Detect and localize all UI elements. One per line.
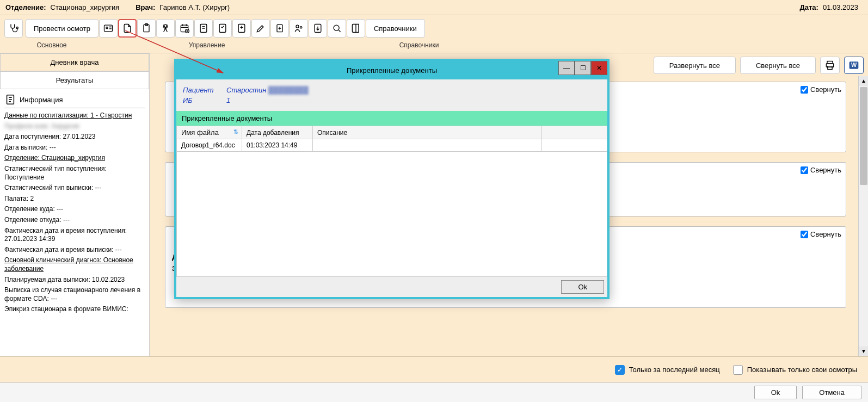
conduct-exam-button[interactable]: Провести осмотр: [26, 19, 99, 38]
info-cda-export: Выписка из случая стационарного лечения …: [4, 286, 145, 303]
checkbox-checked-icon[interactable]: ✓: [615, 365, 625, 375]
checkbox-icon[interactable]: [733, 365, 743, 375]
info-planned-discharge: Планируемая дата выписки: 10.02.2023: [4, 276, 145, 285]
svg-point-13: [300, 27, 301, 28]
patient-value: Старостин ████████: [226, 86, 309, 94]
info-stat-discharge: Статистический тип выписки: ---: [4, 184, 145, 193]
date-value: 01.03.2023: [823, 3, 858, 11]
svg-point-0: [16, 27, 18, 29]
clipboard-plus-icon[interactable]: [270, 19, 289, 38]
info-stat-admission: Статистический тип поступления: Поступле…: [4, 165, 145, 182]
svg-rect-1: [104, 25, 112, 32]
svg-rect-19: [828, 66, 832, 70]
collapse-toggle[interactable]: Свернуть: [801, 230, 841, 238]
search-icon[interactable]: [328, 19, 346, 38]
col-date[interactable]: Дата добавления: [242, 126, 313, 139]
patient-card-icon[interactable]: [99, 19, 118, 38]
calendar-add-icon[interactable]: [175, 19, 194, 38]
doctor-value: Гарипов А.Т. (Хирург): [159, 3, 230, 11]
minimize-icon[interactable]: —: [558, 61, 575, 75]
cell-empty: [542, 139, 607, 152]
tab-diary[interactable]: Дневник врача: [0, 53, 149, 71]
info-panel: Информация Данные по госпитализации: 1 -…: [0, 89, 149, 356]
group-icon[interactable]: [290, 19, 308, 38]
info-title: Информация: [20, 96, 63, 104]
word-icon[interactable]: W: [844, 57, 864, 74]
filters-bar: ✓ Только за последний месяц Показывать т…: [0, 356, 868, 382]
dialog-titlebar[interactable]: Прикрепленные документы — ☐ ✕: [176, 61, 607, 79]
ib-label: ИБ: [183, 96, 216, 104]
info-dept-from: Отделение откуда: ---: [4, 216, 145, 225]
ribbon-toolbar: Провести осмотр Справочники: [0, 15, 868, 41]
clipboard-icon[interactable]: [137, 19, 156, 38]
svg-point-2: [106, 27, 108, 29]
info-actual-discharge: Фактическая дата и время выписки: ---: [4, 246, 145, 255]
print-icon[interactable]: [820, 57, 840, 74]
sort-icon: ⇅: [233, 128, 238, 135]
header-bar: Отделение: Стационар_хирургия Врач: Гари…: [0, 0, 868, 15]
note-add-icon[interactable]: [194, 19, 213, 38]
transfer-icon[interactable]: [232, 19, 251, 38]
info-main-diagnosis[interactable]: Основной клинический диагноз: Основное з…: [4, 256, 145, 273]
ok-button[interactable]: Ok: [754, 386, 797, 399]
info-hospitalization[interactable]: Данные по госпитализации: 1 - Старостин: [4, 112, 145, 120]
export-icon[interactable]: [309, 19, 327, 38]
attached-docs-icon[interactable]: [118, 19, 137, 38]
close-icon[interactable]: ✕: [591, 61, 607, 75]
dept-label: Отделение:: [5, 3, 46, 11]
tab-results[interactable]: Результаты: [0, 71, 149, 89]
filter-own-exams[interactable]: Показывать только свои осмотры: [733, 365, 857, 375]
dept-value: Стационар_хирургия: [51, 3, 120, 11]
col-empty: [542, 126, 607, 139]
info-discharge-date: Дата выписки: ---: [4, 144, 145, 152]
table-row[interactable]: Договор1_r64.doc 01:03:2023 14:49: [177, 139, 607, 152]
ribbon-group-main: Основное: [0, 41, 103, 53]
attached-documents-dialog: Прикрепленные документы — ☐ ✕ Пациент Ст…: [174, 59, 610, 299]
ib-value: 1: [226, 96, 230, 104]
references-button[interactable]: Справочники: [366, 19, 425, 38]
svg-rect-9: [219, 24, 226, 33]
ribbon-group-refs: Справочники: [310, 41, 528, 53]
svg-point-15: [334, 25, 339, 30]
patient-label: Пациент: [183, 86, 216, 94]
info-ward: Палата: 2: [4, 195, 145, 203]
svg-point-12: [296, 25, 299, 28]
filter-last-month[interactable]: ✓ Только за последний месяц: [615, 365, 720, 375]
svg-text:W: W: [851, 61, 857, 68]
col-description[interactable]: Описание: [313, 126, 542, 139]
left-panel: Дневник врача Результаты Информация Данн…: [0, 53, 150, 356]
vertical-scrollbar[interactable]: ▲ ▼: [858, 76, 868, 356]
expand-all-button[interactable]: Развернуть все: [654, 57, 736, 74]
scrollbar-thumb[interactable]: [860, 87, 867, 185]
sign-icon[interactable]: [251, 19, 270, 38]
ribbon-group-manage: Управление: [103, 41, 310, 53]
maximize-icon[interactable]: ☐: [575, 61, 591, 75]
date-label: Дата:: [800, 3, 818, 11]
cell-desc: [313, 139, 542, 152]
info-vimis-export: Эпикриз стационара в формате ВИМИС:: [4, 305, 145, 314]
stethoscope-icon[interactable]: [4, 19, 23, 38]
book-icon[interactable]: [347, 19, 365, 38]
dialog-ok-button[interactable]: Ok: [561, 280, 604, 294]
ribbon-icon[interactable]: [156, 19, 175, 38]
footer-bar: Ok Отмена: [0, 382, 868, 402]
cancel-button[interactable]: Отмена: [802, 386, 861, 399]
cell-filename: Договор1_r64.doc: [177, 139, 242, 152]
table-empty-area: [176, 152, 607, 277]
scroll-down-icon[interactable]: ▼: [859, 347, 868, 356]
info-admission-date: Дата поступления: 27.01.2023: [4, 133, 145, 141]
collapse-all-button[interactable]: Свернуть все: [740, 57, 816, 74]
collapse-toggle[interactable]: Свернуть: [801, 85, 841, 94]
info-dept-to: Отделение куда: ---: [4, 205, 145, 214]
doctor-label: Врач:: [136, 3, 155, 11]
scroll-up-icon[interactable]: ▲: [859, 76, 868, 86]
col-filename[interactable]: Имя файла⇅: [177, 126, 242, 139]
info-bed-profiles: Профили коек: Хирургия: [4, 122, 145, 131]
checklist-icon[interactable]: [213, 19, 232, 38]
attachments-table: Имя файла⇅ Дата добавления Описание Дого…: [176, 126, 607, 152]
collapse-toggle[interactable]: Свернуть: [801, 166, 841, 174]
info-department[interactable]: Отделение: Стационар_хирургия: [4, 154, 145, 163]
ribbon-group-labels: Основное Управление Справочники: [0, 41, 868, 53]
cell-date: 01:03:2023 14:49: [242, 139, 313, 152]
doc-icon: [4, 94, 16, 106]
